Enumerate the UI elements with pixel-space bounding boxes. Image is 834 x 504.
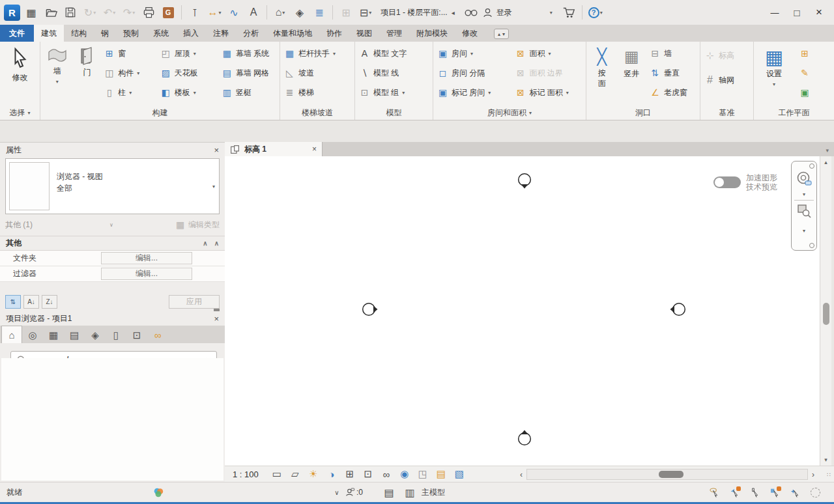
property-filter-dropdown-icon[interactable]: ∨ bbox=[109, 222, 113, 228]
steering-wheel-icon[interactable] bbox=[796, 171, 812, 188]
detail-level-button[interactable]: ▭ bbox=[269, 468, 285, 481]
area-button[interactable]: ⊠面积▾ bbox=[513, 44, 583, 63]
save-button[interactable] bbox=[62, 4, 79, 21]
print-button[interactable] bbox=[140, 4, 157, 21]
shaft-button[interactable]: ▦ 竖井 bbox=[617, 44, 646, 106]
hscroll-left-icon[interactable]: ‹ bbox=[516, 470, 526, 479]
group-pin-icon[interactable]: ∧ bbox=[203, 240, 207, 247]
drawing-canvas[interactable]: 加速图形 技术预览 ▾ ▾ bbox=[225, 156, 820, 466]
search-button[interactable] bbox=[463, 4, 480, 21]
text-button[interactable]: A bbox=[245, 4, 262, 21]
select-underlay-toggle[interactable] bbox=[727, 486, 741, 499]
panel-build-label[interactable]: 构建 bbox=[40, 106, 280, 120]
tab-annotate[interactable]: 注释 bbox=[206, 25, 236, 42]
temporary-hide-isolate-button[interactable]: ∞ bbox=[379, 468, 394, 481]
scroll-down-icon[interactable]: ▾ bbox=[824, 456, 827, 463]
resize-grip-icon[interactable]: ∷ bbox=[827, 471, 831, 478]
opening-vertical-button[interactable]: ⇅垂直 bbox=[648, 63, 697, 83]
thin-lines-button[interactable]: ≣ bbox=[311, 4, 328, 21]
sign-in-button[interactable]: 登录 bbox=[482, 4, 512, 21]
selection-filter-button[interactable] bbox=[808, 486, 822, 499]
floor-button[interactable]: ◧楼板▾ bbox=[159, 83, 218, 102]
zoom-dropdown-icon[interactable]: ▾ bbox=[803, 228, 805, 234]
window-button[interactable]: ⊞窗 bbox=[102, 44, 156, 63]
browser-schedules-button[interactable]: ▦ bbox=[43, 327, 64, 343]
navigation-bar[interactable]: ▾ ▾ bbox=[791, 161, 817, 251]
minimize-button[interactable]: — bbox=[764, 3, 786, 21]
reveal-hidden-button[interactable]: ◉ bbox=[397, 468, 412, 481]
panel-room-area-label[interactable]: 房间和面积▾ bbox=[433, 106, 586, 120]
property-row[interactable]: 过滤器 编辑... bbox=[0, 266, 225, 282]
tab-addins[interactable]: 附加模块 bbox=[409, 25, 455, 42]
model-group-button[interactable]: ⊡模型 组▾ bbox=[358, 83, 408, 102]
browser-views-button[interactable]: ⌂ bbox=[1, 326, 22, 343]
sun-path-button[interactable]: ☀ bbox=[306, 468, 321, 481]
open-button[interactable] bbox=[42, 4, 59, 21]
help-button[interactable]: ?▾ bbox=[587, 4, 604, 21]
tab-structure[interactable]: 结构 bbox=[64, 25, 94, 42]
sort-ascending-button[interactable]: A↓ bbox=[23, 295, 39, 309]
modify-button[interactable]: 修改 bbox=[10, 44, 30, 106]
area-boundary-button[interactable]: ⊠面积 边界 bbox=[513, 63, 583, 83]
elevation-marker-north[interactable] bbox=[515, 172, 534, 190]
horizontal-scrollbar[interactable]: ‹ › bbox=[516, 468, 818, 481]
wheel-dropdown-icon[interactable]: ▾ bbox=[803, 191, 805, 197]
vertical-scrollbar[interactable]: ▴ ▾ bbox=[820, 156, 831, 466]
edit-type-button[interactable]: ▦ 编辑类型 bbox=[175, 219, 220, 231]
sign-in-dropdown-icon[interactable]: ▾ bbox=[550, 10, 553, 16]
tab-collaborate[interactable]: 协作 bbox=[319, 25, 349, 42]
door-button[interactable]: 门 bbox=[74, 44, 101, 106]
level-button[interactable]: ⊹标高 bbox=[703, 44, 736, 67]
active-design-option[interactable]: 主模型 bbox=[422, 487, 445, 498]
tag-button[interactable]: ∿ bbox=[225, 4, 242, 21]
browser-families-button[interactable]: ▯ bbox=[106, 327, 126, 343]
ramp-button[interactable]: ◺坡道 bbox=[283, 63, 337, 83]
vertical-scrollbar-thumb[interactable] bbox=[823, 303, 829, 325]
scroll-up-icon[interactable]: ▴ bbox=[824, 159, 827, 165]
property-row[interactable]: 文件夹 编辑... bbox=[0, 251, 225, 266]
drag-on-selection-toggle[interactable] bbox=[788, 486, 802, 499]
revit-logo-button[interactable]: R bbox=[4, 5, 20, 21]
sync-button[interactable]: ↻▾ bbox=[81, 4, 98, 21]
worksets-icon[interactable]: ▤ bbox=[381, 486, 397, 499]
panel-workplane-label[interactable]: 工作平面 bbox=[754, 106, 834, 120]
browser-tables-button[interactable]: ▤ bbox=[64, 327, 85, 343]
select-by-face-toggle[interactable] bbox=[768, 486, 782, 499]
tab-systems[interactable]: 系统 bbox=[146, 25, 176, 42]
shadows-button[interactable]: ◑ bbox=[324, 468, 339, 481]
hscroll-track[interactable] bbox=[526, 469, 808, 480]
browser-groups-button[interactable]: ⊡ bbox=[126, 327, 147, 343]
properties-close-icon[interactable]: × bbox=[214, 145, 219, 155]
accelerated-graphics-toggle[interactable] bbox=[713, 176, 741, 188]
tab-analyze[interactable]: 分析 bbox=[236, 25, 266, 42]
close-button[interactable]: × bbox=[808, 3, 830, 21]
undo-button[interactable]: ↶▾ bbox=[101, 4, 118, 21]
navbar-bottom-handle[interactable] bbox=[809, 243, 814, 248]
crop-view-button[interactable]: ⊞ bbox=[342, 468, 358, 481]
section-button[interactable]: ◈ bbox=[291, 4, 308, 21]
switch-windows-button[interactable]: ⊟▾ bbox=[357, 4, 374, 21]
select-links-toggle[interactable] bbox=[707, 486, 721, 499]
panel-opening-label[interactable]: 洞口 bbox=[586, 106, 700, 120]
default-3d-view-button[interactable]: ⌂▾ bbox=[272, 4, 289, 21]
tab-architecture[interactable]: 建筑 bbox=[34, 25, 64, 42]
roof-button[interactable]: ◰屋顶▾ bbox=[159, 44, 218, 63]
model-text-button[interactable]: A模型 文字 bbox=[358, 44, 408, 63]
grid-scroll-up-icon[interactable]: ∧ bbox=[214, 240, 219, 247]
property-edit-button[interactable]: 编辑... bbox=[101, 252, 192, 264]
type-selector[interactable]: 浏览器 - 视图 全部 ▾ bbox=[5, 158, 220, 214]
elevation-marker-south[interactable] bbox=[515, 428, 534, 447]
dormer-button[interactable]: ∠老虎窗 bbox=[648, 83, 697, 102]
visual-style-button[interactable]: ▱ bbox=[287, 468, 303, 481]
view-tab-close-icon[interactable]: × bbox=[312, 145, 317, 154]
ribbon-collapse-button[interactable]: ▴ ▾ bbox=[494, 29, 509, 39]
tag-area-button[interactable]: ⊠标记 面积▾ bbox=[513, 83, 583, 102]
model-line-button[interactable]: ∖模型 线 bbox=[358, 63, 408, 83]
tab-modify[interactable]: 修改 bbox=[455, 25, 485, 42]
elevation-marker-west[interactable] bbox=[361, 300, 379, 318]
redo-button[interactable]: ↷▾ bbox=[121, 4, 137, 21]
room-separator-button[interactable]: ◻房间 分隔 bbox=[436, 63, 511, 83]
browser-tree[interactable] bbox=[1, 358, 223, 481]
editable-only-indicator[interactable]: :0 bbox=[345, 487, 363, 497]
view-scale-button[interactable]: 1 : 100 bbox=[233, 469, 259, 479]
